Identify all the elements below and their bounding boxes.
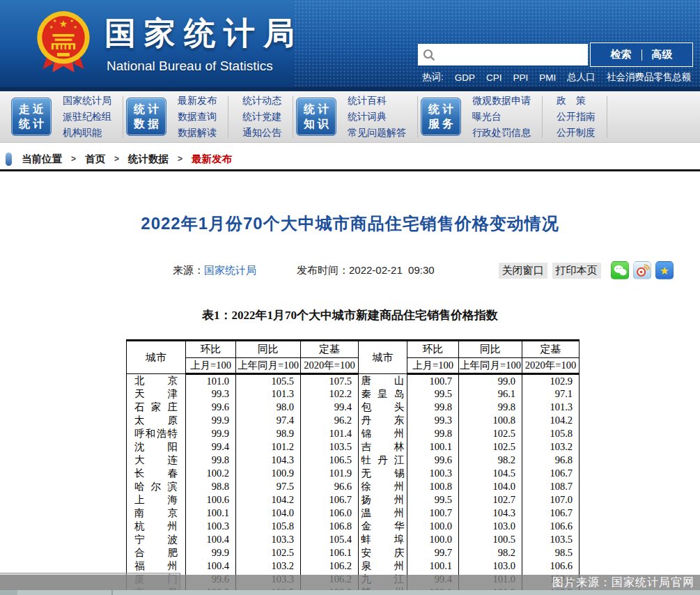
mom-value: 100.0 [407,533,459,546]
hot-word-link[interactable]: CPI [486,72,502,83]
wechat-share-icon[interactable] [611,261,629,279]
nav-link[interactable]: 公开制度 [557,127,596,139]
horizontal-scrollbar[interactable] [0,590,700,595]
svg-text:★: ★ [53,18,57,23]
city-name: 太原 [134,414,178,427]
hot-word-link[interactable]: PMI [539,72,556,83]
yoy-value: 105.8 [236,520,301,533]
close-window-button[interactable]: 关闭窗口 [499,263,547,279]
search-submit-button[interactable]: 检索 [611,48,632,61]
city-cell: 牡丹江 [359,454,407,467]
yoy-value: 102.5 [459,440,522,454]
nav-button-zoujin-tongji[interactable]: 走近统计 [11,98,52,136]
city-name: 徐州 [361,480,405,493]
header-yoy: 同比 [459,341,522,358]
mom-value: 99.3 [186,387,236,401]
city-name: 天津 [134,387,178,401]
nav-link[interactable]: 派驻纪检组 [63,111,111,123]
nav-link[interactable]: 常见问题解答 [348,127,406,139]
nav-link[interactable]: 统计动态 [242,95,281,107]
nav-link[interactable]: 统计百科 [348,95,406,107]
city-cell: 安庆 [359,546,407,559]
city-name: 南京 [134,507,178,520]
nav-link[interactable]: 机构职能 [63,127,111,139]
table-title: 表1：2022年1月70个大中城市新建商品住宅销售价格指数 [0,307,700,323]
yoy-value: 104.0 [459,480,522,493]
yoy-value: 104.5 [459,467,522,480]
table-row: 杭州100.3105.8106.8金华100.0103.0106.6 [127,520,580,533]
site-header: ★ ★ ★ ★ ★ 国家统计局 National Bureau of Stati… [0,0,700,87]
mom-value: 100.3 [186,520,236,533]
source-link[interactable]: 国家统计局 [204,264,256,277]
nav-link[interactable]: 统计词典 [348,111,406,123]
advanced-search-button[interactable]: 高级 [652,48,673,61]
nav-button-tongji-shuju[interactable]: 统计数据 [126,98,166,136]
city-name: 哈尔滨 [134,480,178,493]
yoy-value: 99.8 [459,401,522,414]
yoy-value: 97.5 [236,480,301,493]
yoy-value: 100.5 [459,533,522,546]
fixed-value: 106.6 [522,559,580,573]
hot-word-link[interactable]: GDP [455,72,475,83]
qzone-share-icon[interactable]: ★ [655,261,674,279]
hot-word-link[interactable]: PPI [513,72,529,83]
city-name: 北京 [134,374,178,387]
fixed-value: 97.1 [522,387,580,401]
hot-word-link[interactable]: 总人口 [567,71,596,84]
nav-button-tongji-fuwu[interactable]: 统计服务 [421,98,461,136]
print-page-button[interactable]: 打印本页 [552,263,601,279]
search-input[interactable] [440,43,588,66]
publish-time-group: 发布时间：2022-02-21 09:30 [297,264,435,277]
breadcrumb-item[interactable]: 首页 [85,153,105,166]
nav-link-column: 国家统计局派驻纪检组机构职能 [52,95,123,139]
table-row: 长春100.2100.9101.9无锡100.3104.5106.7 [127,467,580,480]
city-cell: 秦皇岛 [359,387,407,401]
nav-link[interactable]: 通知公告 [242,127,281,139]
scrollbar-thumb[interactable] [0,590,17,595]
mom-value: 101.0 [186,374,236,388]
scrollbar-tick [111,590,113,595]
svg-text:★: ★ [660,265,669,277]
nav-divider [417,96,418,138]
image-source-watermark: 图片来源：国家统计局官网 [0,575,700,590]
nav-link[interactable]: 曝光台 [472,111,531,123]
nav-link[interactable]: 数据查询 [178,111,217,123]
nav-link[interactable]: 国家统计局 [63,95,111,107]
fixed-value: 106.7 [522,507,580,520]
nav-link[interactable]: 行政处罚信息 [472,127,531,139]
table-row: 太原99.997.496.2丹东99.3100.8104.2 [127,414,580,427]
search-button-divider [641,49,642,61]
nav-link[interactable]: 统计党建 [242,111,281,123]
city-name: 呼和浩特 [134,427,178,440]
nav-link[interactable]: 微观数据申请 [472,95,531,107]
mom-value: 99.8 [407,401,459,414]
nav-button-tongji-zhishi[interactable]: 统计知识 [296,98,336,136]
mom-value: 100.7 [407,507,459,520]
table-row: 呼和浩特99.998.9101.4锦州99.8102.5105.8 [127,427,580,440]
mom-value: 99.9 [186,414,236,427]
nav-link[interactable]: 最新发布 [178,95,217,107]
nav-link[interactable]: 数据解读 [178,127,217,139]
breadcrumb-item[interactable]: 统计数据 [128,153,169,166]
city-name: 石家庄 [134,401,178,414]
publish-time-label: 发布时间： [297,264,349,276]
nav-link[interactable]: 公开指南 [557,111,596,123]
weibo-share-icon[interactable] [633,261,651,279]
city-cell: 北京 [127,374,186,388]
city-name: 锦州 [361,427,405,440]
header-mom-base: 上月=100 [186,358,236,374]
header-yoy-base: 上年同月=100 [459,358,522,374]
yoy-value: 98.2 [459,454,522,467]
breadcrumb-item[interactable]: 最新发布 [192,153,232,166]
city-name: 长春 [134,467,178,480]
city-name: 无锡 [361,467,405,480]
fixed-value: 101.9 [301,467,359,480]
nav-link[interactable]: 政 策 [557,95,596,107]
fixed-value: 101.3 [522,401,580,414]
fixed-value: 96.2 [301,414,359,427]
city-cell: 太原 [127,414,186,427]
hot-word-link[interactable]: 社会消费品零售总额 [607,71,692,84]
city-name: 秦皇岛 [361,387,405,401]
nav-link-column: 政 策公开指南公开制度 [545,95,607,139]
fixed-value: 98.5 [522,546,580,559]
